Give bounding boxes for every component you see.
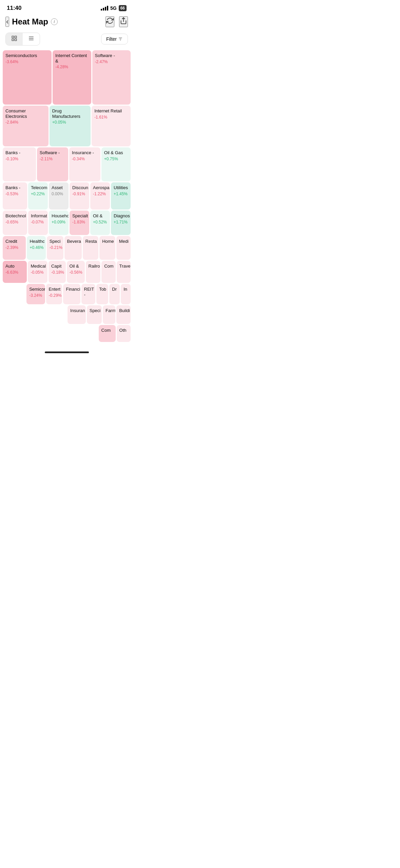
heatmap-cell[interactable]: Healthc+0.46% xyxy=(27,236,45,260)
heatmap-cell[interactable]: Farm xyxy=(103,305,115,324)
cell-sector-name: Entert xyxy=(49,287,60,292)
heatmap-cell[interactable]: Househo+0.09% xyxy=(49,211,69,235)
heatmap-cell[interactable]: Telecom+0.22% xyxy=(28,182,48,210)
cell-sector-name: Resta xyxy=(85,239,96,244)
cell-percent: -2.84% xyxy=(5,120,46,125)
heatmap-cell[interactable]: Biotechnol-0.65% xyxy=(3,211,27,235)
refresh-button[interactable] xyxy=(106,16,114,27)
heatmap-cell[interactable]: Home xyxy=(99,236,115,260)
heatmap-cell[interactable] xyxy=(56,325,76,342)
list-view-button[interactable] xyxy=(23,33,40,45)
heatmap-cell[interactable]: Specialt-1.83% xyxy=(70,211,89,235)
grid-view-button[interactable] xyxy=(6,33,23,45)
cell-percent: +0.09% xyxy=(52,220,66,224)
cell-sector-name: Farm xyxy=(106,308,113,313)
heatmap-cell[interactable]: Banks --0.53% xyxy=(3,182,27,210)
heatmap-cell[interactable]: Com xyxy=(101,261,115,283)
heatmap-cell[interactable]: Credit-2.39% xyxy=(3,236,26,260)
heatmap-cell[interactable]: Discoun-0.91% xyxy=(70,182,89,210)
battery-indicator: 66 xyxy=(119,5,127,11)
cell-percent: -0.05% xyxy=(31,270,45,275)
heatmap-cell[interactable]: Internet Content &-4.28% xyxy=(53,50,91,105)
heatmap-cell[interactable] xyxy=(77,325,97,342)
cell-percent: -0.65% xyxy=(5,220,24,224)
heatmap-cell[interactable]: Com xyxy=(99,325,116,342)
heatmap-cell[interactable]: Oil &+0.52% xyxy=(90,211,110,235)
cell-percent: -6.63% xyxy=(5,270,24,275)
share-button[interactable] xyxy=(119,16,128,27)
cell-percent: +1.71% xyxy=(114,220,128,224)
heatmap-cell[interactable]: Tob xyxy=(96,284,108,304)
heatmap-cell[interactable]: Speci-0.21% xyxy=(47,236,63,260)
heatmap-cell[interactable]: Resta xyxy=(83,236,99,260)
heatmap-cell[interactable]: Medi xyxy=(116,236,131,260)
heatmap-row: Banks --0.10%Software --2.11%Insurance -… xyxy=(3,147,131,181)
info-icon[interactable]: i xyxy=(51,18,58,25)
cell-sector-name: Semiconductors xyxy=(5,53,49,58)
heatmap-cell[interactable] xyxy=(49,305,66,324)
status-bar: 11:40 5G 66 xyxy=(0,0,133,14)
svg-rect-1 xyxy=(12,36,14,38)
cell-percent: -0.18% xyxy=(51,270,63,275)
cell-percent: -2.39% xyxy=(5,245,23,250)
svg-rect-3 xyxy=(12,39,14,41)
heatmap-cell[interactable]: Aerospa-1.22% xyxy=(90,182,110,210)
cell-sector-name: Drug Manufacturers xyxy=(52,108,88,119)
heatmap-cell[interactable]: Financi xyxy=(63,284,80,304)
cell-sector-name: Financi xyxy=(66,287,77,292)
cell-percent: +0.46% xyxy=(30,245,43,250)
heatmap-cell[interactable]: Consumer Electronics-2.84% xyxy=(3,106,49,146)
heatmap-cell[interactable] xyxy=(3,325,31,342)
cell-sector-name: Specialt xyxy=(72,213,87,219)
heatmap-cell[interactable]: Speci xyxy=(87,305,102,324)
heatmap-cell[interactable]: Bevera xyxy=(64,236,82,260)
cell-percent: -3.24% xyxy=(29,293,42,298)
cell-percent: -0.53% xyxy=(5,192,24,196)
heatmap-cell[interactable]: Drug Manufacturers+0.05% xyxy=(50,106,91,146)
heatmap-cell[interactable]: Software --2.47% xyxy=(92,50,131,105)
cell-percent: +0.52% xyxy=(93,220,107,224)
heatmap-cell[interactable]: Capit-0.18% xyxy=(49,261,66,283)
heatmap-cell[interactable]: Internet Retail-1.61% xyxy=(92,106,131,146)
heatmap-cell[interactable] xyxy=(3,305,27,324)
heatmap-cell[interactable]: Auto-6.63% xyxy=(3,261,27,283)
heatmap-cell[interactable]: Banks --0.10% xyxy=(3,147,36,181)
heatmap-cell[interactable]: Semicon-3.24% xyxy=(26,284,45,304)
heatmap-cell[interactable]: Insuran xyxy=(68,305,86,324)
cell-percent: -0.56% xyxy=(70,270,82,275)
heatmap-cell[interactable] xyxy=(28,305,48,324)
heatmap-cell[interactable]: Software --2.11% xyxy=(37,147,68,181)
heatmap-cell[interactable]: Insurance --0.34% xyxy=(69,147,100,181)
heatmap-cell[interactable]: Semiconductors-3.64% xyxy=(3,50,52,105)
cell-sector-name: Healthc xyxy=(30,239,43,244)
heatmap-cell[interactable]: Dr xyxy=(109,284,120,304)
heatmap-cell[interactable]: Oth xyxy=(117,325,131,342)
heatmap-cell[interactable]: REIT - xyxy=(81,284,96,304)
heatmap-cell[interactable] xyxy=(32,325,55,342)
filter-button[interactable]: Filter xyxy=(101,34,128,44)
heatmap-cell[interactable]: Buildi xyxy=(116,305,131,324)
header-right xyxy=(106,16,128,27)
cell-sector-name: Speci xyxy=(90,308,99,313)
heatmap-cell[interactable]: Medical-0.05% xyxy=(28,261,47,283)
heatmap-cell[interactable]: Oil &-0.56% xyxy=(67,261,85,283)
heatmap-cell[interactable]: Asset0.00% xyxy=(49,182,69,210)
back-button[interactable]: ‹ xyxy=(5,17,9,27)
heatmap-cell[interactable]: Oil & Gas+0.75% xyxy=(101,147,131,181)
heatmap-cell[interactable] xyxy=(3,284,25,304)
heatmap-cell[interactable]: Railro xyxy=(86,261,101,283)
cell-sector-name: Railro xyxy=(89,264,98,269)
heatmap-cell[interactable]: Diagnos+1.71% xyxy=(111,211,131,235)
heatmap-cell[interactable]: Utilities+1.45% xyxy=(111,182,131,210)
cell-sector-name: Internet Content & xyxy=(55,53,89,64)
cell-sector-name: Tob xyxy=(99,287,106,292)
heatmap-cell[interactable]: Entert-0.29% xyxy=(46,284,62,304)
cell-percent: -1.83% xyxy=(72,220,87,224)
heatmap-cell[interactable]: Trave xyxy=(117,261,131,283)
cell-sector-name: Biotechnol xyxy=(5,213,24,219)
heatmap-cell[interactable]: In xyxy=(121,284,131,304)
cell-percent: -0.34% xyxy=(72,157,98,161)
cell-sector-name: Diagnos xyxy=(114,213,128,219)
heatmap-cell[interactable]: Informat-0.07% xyxy=(28,211,48,235)
cell-percent: -1.61% xyxy=(94,115,128,120)
